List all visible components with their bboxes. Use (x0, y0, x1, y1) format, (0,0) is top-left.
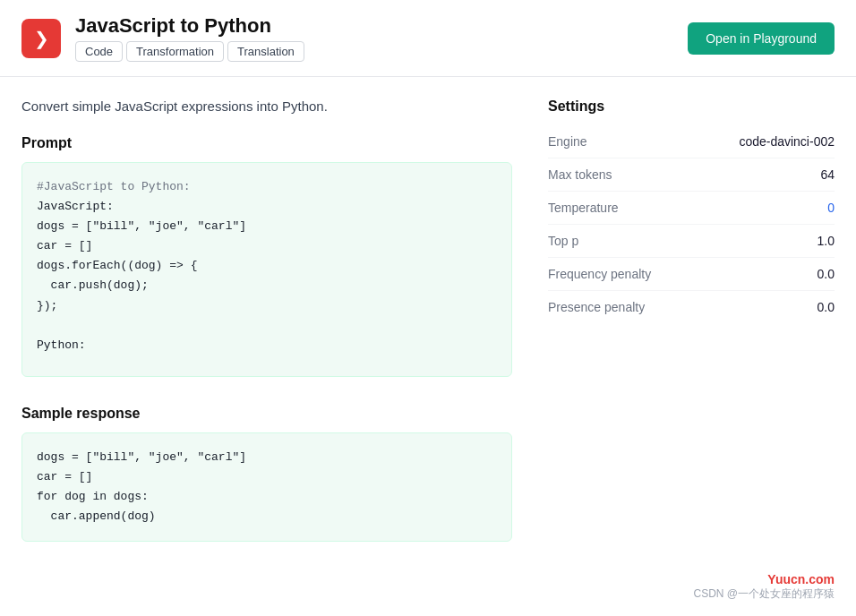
settings-table: Engine code-davinci-002 Max tokens 64 Te… (548, 125, 835, 323)
sample-line-1: car = [] (37, 467, 497, 487)
sample-response-box: dogs = ["bill", "joe", "carl"] car = [] … (21, 432, 512, 542)
tab-translation[interactable]: Translation (227, 41, 304, 62)
header-left: ❯ JavaScript to Python Code Transformati… (21, 14, 304, 62)
prompt-section: Prompt #JavaScript to Python: JavaScript… (21, 135, 512, 377)
settings-row-presence-penalty: Presence penalty 0.0 (548, 291, 835, 323)
prompt-line-2: dogs = ["bill", "joe", "carl"] (37, 217, 497, 236)
title-area: JavaScript to Python Code Transformation… (75, 14, 304, 62)
tab-code[interactable]: Code (75, 41, 123, 62)
settings-label-engine: Engine (548, 134, 587, 149)
prompt-line-3: car = [] (37, 236, 497, 256)
main-content: Convert simple JavaScript expressions in… (0, 77, 856, 563)
settings-value-presence-penalty: 0.0 (817, 300, 835, 314)
tab-transformation[interactable]: Transformation (126, 41, 224, 62)
prompt-line-4: dogs.forEach((dog) => { (37, 256, 497, 276)
settings-row-max-tokens: Max tokens 64 (548, 158, 835, 192)
settings-value-temperature: 0 (827, 201, 835, 215)
sample-line-3: car.append(dog) (37, 507, 497, 526)
settings-row-frequency-penalty: Frequency penalty 0.0 (548, 258, 835, 291)
sample-line-2: for dog in dogs: (37, 487, 497, 507)
settings-label-presence-penalty: Presence penalty (548, 300, 645, 314)
logo-icon: ❯ (21, 19, 61, 58)
sample-response-section: Sample response dogs = ["bill", "joe", "… (21, 406, 512, 542)
settings-label-temperature: Temperature (548, 201, 619, 215)
settings-label-frequency-penalty: Frequency penalty (548, 267, 651, 281)
prompt-section-title: Prompt (21, 135, 512, 151)
right-panel: Settings Engine code-davinci-002 Max tok… (548, 98, 835, 542)
settings-value-max-tokens: 64 (820, 167, 835, 182)
settings-row-top-p: Top p 1.0 (548, 225, 835, 258)
prompt-line-7 (37, 316, 497, 336)
tabs: Code Transformation Translation (75, 41, 304, 62)
settings-value-top-p: 1.0 (817, 234, 835, 248)
app-header: ❯ JavaScript to Python Code Transformati… (0, 0, 856, 77)
settings-title: Settings (548, 98, 835, 115)
prompt-box[interactable]: #JavaScript to Python: JavaScript: dogs … (21, 162, 512, 377)
sample-response-title: Sample response (21, 406, 512, 422)
description-text: Convert simple JavaScript expressions in… (21, 98, 512, 114)
logo-symbol: ❯ (34, 28, 49, 49)
sample-line-0: dogs = ["bill", "joe", "carl"] (37, 448, 497, 467)
settings-row-engine: Engine code-davinci-002 (548, 125, 835, 158)
prompt-line-6: }); (37, 296, 497, 316)
open-playground-button[interactable]: Open in Playground (688, 22, 835, 55)
prompt-line-0: #JavaScript to Python: (37, 177, 497, 197)
settings-value-engine: code-davinci-002 (739, 134, 835, 149)
prompt-line-1: JavaScript: (37, 197, 497, 217)
settings-label-max-tokens: Max tokens (548, 167, 612, 182)
app-title: JavaScript to Python (75, 14, 304, 38)
settings-value-frequency-penalty: 0.0 (817, 267, 835, 281)
settings-label-top-p: Top p (548, 234, 578, 248)
left-panel: Convert simple JavaScript expressions in… (21, 98, 512, 542)
prompt-line-8: Python: (37, 336, 497, 355)
settings-row-temperature: Temperature 0 (548, 192, 835, 225)
prompt-line-5: car.push(dog); (37, 276, 497, 295)
